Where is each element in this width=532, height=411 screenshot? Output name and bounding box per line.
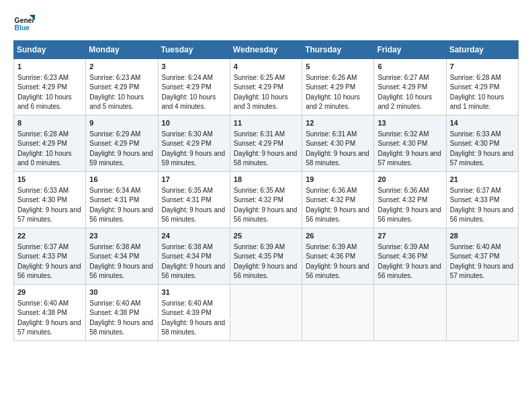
sunset: Sunset: 4:29 PM xyxy=(162,83,212,91)
day-number: 21 xyxy=(450,175,515,185)
header-day-saturday: Saturday xyxy=(446,41,518,59)
day-number: 28 xyxy=(450,231,515,242)
daylight: Daylight: 9 hours and 56 minutes. xyxy=(306,206,369,224)
sunrise: Sunrise: 6:28 AM xyxy=(17,130,69,138)
calendar-cell: 20Sunrise: 6:36 AMSunset: 4:32 PMDayligh… xyxy=(374,171,446,228)
sunset: Sunset: 4:33 PM xyxy=(17,253,67,260)
day-number: 2 xyxy=(89,62,154,73)
sunset: Sunset: 4:29 PM xyxy=(17,140,67,147)
day-number: 27 xyxy=(378,231,442,242)
daylight: Daylight: 10 hours and 6 minutes. xyxy=(17,93,72,111)
sunset: Sunset: 4:29 PM xyxy=(306,83,355,91)
week-row-1: 1Sunrise: 6:23 AMSunset: 4:29 PMDaylight… xyxy=(14,59,519,116)
sunset: Sunset: 4:38 PM xyxy=(89,309,139,316)
daylight: Daylight: 9 hours and 56 minutes. xyxy=(162,263,226,280)
sunset: Sunset: 4:30 PM xyxy=(450,140,500,147)
sunrise: Sunrise: 6:40 AM xyxy=(162,300,213,307)
logo: General Blue xyxy=(13,12,38,34)
sunrise: Sunrise: 6:26 AM xyxy=(306,74,357,81)
day-number: 22 xyxy=(17,231,82,242)
day-number: 9 xyxy=(89,118,154,129)
sunrise: Sunrise: 6:37 AM xyxy=(17,243,69,250)
calendar-cell: 24Sunrise: 6:38 AMSunset: 4:34 PMDayligh… xyxy=(158,228,230,284)
sunset: Sunset: 4:34 PM xyxy=(162,253,212,260)
day-number: 19 xyxy=(306,175,370,185)
daylight: Daylight: 9 hours and 56 minutes. xyxy=(378,263,441,280)
sunset: Sunset: 4:32 PM xyxy=(306,196,355,203)
daylight: Daylight: 9 hours and 56 minutes. xyxy=(306,263,369,280)
daylight: Daylight: 9 hours and 57 minutes. xyxy=(17,206,81,224)
day-number: 13 xyxy=(378,118,442,129)
daylight: Daylight: 9 hours and 58 minutes. xyxy=(162,319,226,336)
sunrise: Sunrise: 6:40 AM xyxy=(89,300,140,307)
calendar-cell: 26Sunrise: 6:39 AMSunset: 4:36 PMDayligh… xyxy=(302,228,374,284)
sunset: Sunset: 4:29 PM xyxy=(89,140,139,147)
sunrise: Sunrise: 6:39 AM xyxy=(234,243,285,250)
sunrise: Sunrise: 6:36 AM xyxy=(306,187,357,194)
header-day-monday: Monday xyxy=(86,41,158,59)
day-number: 12 xyxy=(306,118,370,129)
calendar-cell: 30Sunrise: 6:40 AMSunset: 4:38 PMDayligh… xyxy=(86,284,158,340)
day-number: 15 xyxy=(17,175,82,185)
sunset: Sunset: 4:36 PM xyxy=(378,253,427,260)
sunset: Sunset: 4:33 PM xyxy=(450,196,500,203)
calendar-cell xyxy=(446,284,518,340)
daylight: Daylight: 9 hours and 56 minutes. xyxy=(89,206,153,224)
sunrise: Sunrise: 6:27 AM xyxy=(378,74,429,81)
calendar-cell: 7Sunrise: 6:28 AMSunset: 4:29 PMDaylight… xyxy=(446,59,518,116)
calendar-cell: 29Sunrise: 6:40 AMSunset: 4:38 PMDayligh… xyxy=(14,284,86,340)
sunset: Sunset: 4:35 PM xyxy=(234,253,283,260)
calendar-cell: 14Sunrise: 6:33 AMSunset: 4:30 PMDayligh… xyxy=(446,115,518,171)
calendar-table: SundayMondayTuesdayWednesdayThursdayFrid… xyxy=(13,40,519,341)
sunrise: Sunrise: 6:30 AM xyxy=(162,130,213,138)
day-number: 18 xyxy=(234,175,298,185)
sunset: Sunset: 4:39 PM xyxy=(162,309,212,316)
daylight: Daylight: 9 hours and 56 minutes. xyxy=(234,206,298,224)
day-number: 17 xyxy=(162,175,226,185)
sunrise: Sunrise: 6:24 AM xyxy=(162,74,213,81)
daylight: Daylight: 9 hours and 56 minutes. xyxy=(17,263,81,280)
daylight: Daylight: 10 hours and 5 minutes. xyxy=(89,93,144,111)
daylight: Daylight: 10 hours and 2 minutes. xyxy=(378,93,432,111)
day-number: 20 xyxy=(378,175,442,185)
calendar-cell: 27Sunrise: 6:39 AMSunset: 4:36 PMDayligh… xyxy=(374,228,446,284)
calendar-cell: 8Sunrise: 6:28 AMSunset: 4:29 PMDaylight… xyxy=(14,115,86,171)
calendar-cell: 17Sunrise: 6:35 AMSunset: 4:31 PMDayligh… xyxy=(158,171,230,228)
daylight: Daylight: 10 hours and 2 minutes. xyxy=(306,93,360,111)
header-day-wednesday: Wednesday xyxy=(230,41,302,59)
daylight: Daylight: 9 hours and 58 minutes. xyxy=(306,150,369,167)
sunrise: Sunrise: 6:39 AM xyxy=(306,243,357,250)
daylight: Daylight: 10 hours and 1 minute. xyxy=(450,93,504,111)
calendar-cell: 5Sunrise: 6:26 AMSunset: 4:29 PMDaylight… xyxy=(302,59,374,116)
calendar-cell: 11Sunrise: 6:31 AMSunset: 4:29 PMDayligh… xyxy=(230,115,302,171)
calendar-cell: 10Sunrise: 6:30 AMSunset: 4:29 PMDayligh… xyxy=(158,115,230,171)
sunrise: Sunrise: 6:29 AM xyxy=(89,130,140,138)
day-number: 3 xyxy=(162,62,226,73)
calendar-cell: 31Sunrise: 6:40 AMSunset: 4:39 PMDayligh… xyxy=(158,284,230,340)
sunrise: Sunrise: 6:28 AM xyxy=(450,74,501,81)
daylight: Daylight: 9 hours and 57 minutes. xyxy=(17,319,81,336)
sunrise: Sunrise: 6:40 AM xyxy=(450,243,501,250)
sunset: Sunset: 4:29 PM xyxy=(234,140,283,147)
day-number: 29 xyxy=(17,287,82,298)
sunset: Sunset: 4:30 PM xyxy=(306,140,355,147)
calendar-cell: 3Sunrise: 6:24 AMSunset: 4:29 PMDaylight… xyxy=(158,59,230,116)
sunset: Sunset: 4:29 PM xyxy=(162,140,212,147)
daylight: Daylight: 9 hours and 56 minutes. xyxy=(89,263,153,280)
calendar-cell: 15Sunrise: 6:33 AMSunset: 4:30 PMDayligh… xyxy=(14,171,86,228)
week-row-5: 29Sunrise: 6:40 AMSunset: 4:38 PMDayligh… xyxy=(14,284,519,340)
sunrise: Sunrise: 6:35 AM xyxy=(162,187,213,194)
calendar-cell: 25Sunrise: 6:39 AMSunset: 4:35 PMDayligh… xyxy=(230,228,302,284)
daylight: Daylight: 9 hours and 59 minutes. xyxy=(89,150,153,167)
calendar-cell: 9Sunrise: 6:29 AMSunset: 4:29 PMDaylight… xyxy=(86,115,158,171)
daylight: Daylight: 9 hours and 56 minutes. xyxy=(450,206,514,224)
sunset: Sunset: 4:29 PM xyxy=(89,83,139,91)
sunrise: Sunrise: 6:31 AM xyxy=(306,130,357,138)
sunrise: Sunrise: 6:38 AM xyxy=(89,243,140,250)
calendar-cell: 22Sunrise: 6:37 AMSunset: 4:33 PMDayligh… xyxy=(14,228,86,284)
daylight: Daylight: 9 hours and 57 minutes. xyxy=(450,150,514,167)
svg-text:General: General xyxy=(15,17,35,24)
calendar-cell: 1Sunrise: 6:23 AMSunset: 4:29 PMDaylight… xyxy=(14,59,86,116)
sunset: Sunset: 4:29 PM xyxy=(450,83,500,91)
sunset: Sunset: 4:32 PM xyxy=(378,196,427,203)
